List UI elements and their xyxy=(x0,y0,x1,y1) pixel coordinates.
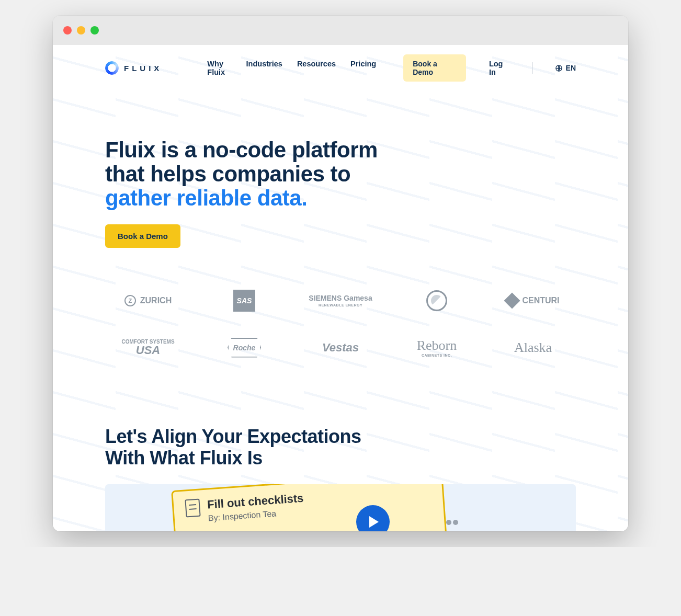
client-alaska: Alaska xyxy=(490,340,576,356)
logo-mark-icon xyxy=(105,61,119,75)
hero-line-1: Fluix is a no-code platform xyxy=(105,138,378,162)
nav-why-fluix[interactable]: Why Fluix xyxy=(207,60,231,76)
window-minimize-button[interactable] xyxy=(77,26,85,35)
main-nav: Why Fluix Industries Resources Pricing xyxy=(207,60,376,76)
roche-hex-icon: Roche xyxy=(228,338,261,358)
client-comfort-systems: COMFORT SYSTEMS USA xyxy=(105,339,191,356)
brand-name: FLUIX xyxy=(124,64,162,73)
client-roche: Roche xyxy=(201,338,287,358)
client-sas: SAS xyxy=(201,290,287,312)
nav-pricing[interactable]: Pricing xyxy=(350,60,376,76)
book-demo-hero-button[interactable]: Book a Demo xyxy=(105,224,180,248)
sas-square-icon: SAS xyxy=(233,290,255,312)
client-centuri: CENTURI xyxy=(490,295,576,306)
client-siemens-gamesa: SIEMENS Gamesa RENEWABLE ENERGY xyxy=(298,294,383,307)
login-link[interactable]: Log In xyxy=(489,60,510,76)
nav-industries[interactable]: Industries xyxy=(246,60,282,76)
hero-accent: gather reliable data. xyxy=(105,186,307,210)
client-logos-grid: Z ZURICH SAS SIEMENS Gamesa RENEWABLE EN… xyxy=(53,258,628,379)
language-selector[interactable]: EN xyxy=(555,64,576,72)
window-titlebar xyxy=(53,16,628,45)
client-zurich: Z ZURICH xyxy=(105,295,191,306)
hero-section: Fluix is a no-code platform that helps c… xyxy=(53,91,628,258)
globe-icon xyxy=(555,64,563,72)
checklist-icon xyxy=(185,499,200,518)
window-close-button[interactable] xyxy=(63,26,72,35)
book-demo-header-button[interactable]: Book a Demo xyxy=(403,54,466,82)
client-reborn: Reborn CABINETS INC. xyxy=(394,338,480,357)
align-heading: Let's Align Your Expectations With What … xyxy=(105,426,576,469)
people-icon xyxy=(446,520,461,530)
brand-logo[interactable]: FLUIX xyxy=(105,61,162,75)
site-header: FLUIX Why Fluix Industries Resources Pri… xyxy=(53,45,628,91)
video-preview[interactable]: Fill out checklists By: Inspection Tea xyxy=(105,484,576,531)
nav-resources[interactable]: Resources xyxy=(297,60,336,76)
language-label: EN xyxy=(566,64,576,72)
align-section: Let's Align Your Expectations With What … xyxy=(53,379,628,469)
browser-window: FLUIX Why Fluix Industries Resources Pri… xyxy=(53,16,628,531)
zurich-z-icon: Z xyxy=(124,295,136,306)
window-maximize-button[interactable] xyxy=(90,26,99,35)
header-divider xyxy=(532,62,533,74)
hero-headline: Fluix is a no-code platform that helps c… xyxy=(105,138,440,211)
client-vestas: Vestas xyxy=(298,341,383,355)
checklist-note-card: Fill out checklists By: Inspection Tea xyxy=(171,484,447,531)
page-content: FLUIX Why Fluix Industries Resources Pri… xyxy=(53,45,628,531)
bmw-ring-icon xyxy=(426,290,447,311)
client-bmw xyxy=(394,290,480,311)
hero-line-2: that helps companies to xyxy=(105,162,350,186)
centuri-diamond-icon xyxy=(504,292,520,309)
